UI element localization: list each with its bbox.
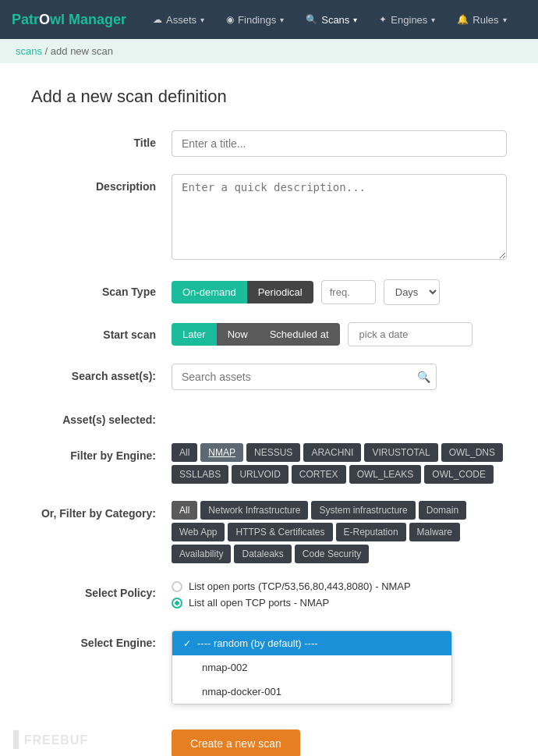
title-field [172, 130, 507, 157]
engine-select-field: ✓---- random (by default) ----nmap-002nm… [172, 630, 507, 705]
btn-scheduled[interactable]: Scheduled at [259, 323, 340, 346]
filter-category-row: Or, Filter by Category: AllNetwork Infra… [31, 501, 507, 563]
btn-periodical[interactable]: Periodical [247, 281, 313, 303]
title-input[interactable] [172, 130, 507, 157]
navbar: PatrOwl Manager ☁ Assets ▾ ◉ Findings ▾ … [0, 0, 538, 39]
nav-link-engines[interactable]: ✦ Engines ▾ [368, 2, 446, 37]
policy-label-0: List open ports (TCP/53,56,80,443,8080) … [189, 580, 411, 592]
search-assets-row: Search asset(s): 🔍 [31, 364, 507, 390]
policy-option-1[interactable]: List all open TCP ports - NMAP [172, 597, 507, 609]
radio-1[interactable] [172, 598, 182, 609]
engine-tag-all[interactable]: All [172, 443, 197, 462]
btn-on-demand[interactable]: On-demand [172, 281, 247, 303]
nav-label-rules: Rules [473, 14, 498, 26]
breadcrumb: scans / add new scan [0, 39, 538, 63]
engine-dropdown[interactable]: ✓---- random (by default) ----nmap-002nm… [172, 630, 452, 705]
btn-now[interactable]: Now [217, 323, 259, 346]
caret-assets: ▾ [200, 16, 204, 24]
btn-later[interactable]: Later [172, 323, 217, 346]
scan-type-label: Scan Type [31, 279, 172, 298]
category-tag-e-reputation[interactable]: E-Reputation [336, 523, 406, 541]
description-field [172, 174, 507, 262]
nav-menu: ☁ Assets ▾ ◉ Findings ▾ 🔍 Scans ▾ ✦ Engi… [142, 2, 518, 37]
nav-item-rules[interactable]: 🔔 Rules ▾ [446, 2, 517, 37]
category-tag-system-infrastructure[interactable]: System infrastructure [311, 501, 415, 520]
assets-selected-label: Asset(s) selected: [31, 407, 172, 426]
category-tag-code-security[interactable]: Code Security [295, 545, 369, 563]
caret-engines: ▾ [431, 16, 435, 24]
description-label: Description [31, 174, 172, 193]
engine-tag-owl_leaks[interactable]: OWL_LEAKS [349, 465, 422, 484]
create-label-spacer [31, 722, 172, 728]
engine-select-label: Select Engine: [31, 630, 172, 649]
watermark-icon: ▐ [8, 730, 19, 747]
description-row: Description [31, 174, 507, 262]
nav-item-engines[interactable]: ✦ Engines ▾ [368, 2, 446, 37]
nav-link-findings[interactable]: ◉ Findings ▾ [215, 2, 295, 37]
category-tag-dataleaks[interactable]: Dataleaks [234, 545, 291, 563]
engine-tag-urlvoid[interactable]: URLVOID [232, 465, 288, 484]
pin-icon: ◉ [226, 14, 234, 25]
page-title: Add a new scan definition [31, 87, 507, 107]
engine-dropdown-wrap: ✓---- random (by default) ----nmap-002nm… [172, 630, 452, 705]
scan-type-btn-group: On-demand Periodical [172, 281, 313, 303]
nav-link-scans[interactable]: 🔍 Scans ▾ [295, 2, 368, 37]
description-input[interactable] [172, 174, 507, 260]
nav-item-findings[interactable]: ◉ Findings ▾ [215, 2, 295, 37]
nav-link-rules[interactable]: 🔔 Rules ▾ [446, 2, 517, 37]
engine-option-0[interactable]: ✓---- random (by default) ---- [172, 631, 451, 655]
engine-tag-arachni[interactable]: ARACHNI [303, 443, 361, 462]
nav-label-findings: Findings [238, 14, 276, 26]
engine-option-2[interactable]: nmap-docker-001 [172, 680, 451, 704]
policy-row: Select Policy: List open ports (TCP/53,5… [31, 580, 507, 613]
watermark-text: FREEBUF [24, 733, 89, 747]
assets-selected-row: Asset(s) selected: [31, 407, 507, 426]
nav-item-scans[interactable]: 🔍 Scans ▾ [295, 2, 368, 37]
breadcrumb-parent[interactable]: scans [16, 45, 42, 57]
search-assets-input[interactable] [172, 364, 437, 390]
create-row: Create a new scan [31, 722, 507, 756]
engine-tag-nessus[interactable]: NESSUS [246, 443, 300, 462]
nav-item-assets[interactable]: ☁ Assets ▾ [142, 2, 215, 37]
engine-tag-cortex[interactable]: CORTEX [292, 465, 346, 484]
days-select[interactable]: Days [384, 279, 440, 305]
nav-label-assets: Assets [166, 14, 196, 26]
filter-engine-label: Filter by Engine: [31, 443, 172, 462]
engine-tag-nmap[interactable]: NMAP [200, 443, 243, 462]
caret-findings: ▾ [280, 16, 284, 24]
caret-rules: ▾ [503, 16, 507, 24]
start-scan-field: Later Now Scheduled at [172, 322, 507, 346]
category-tag-network-infrastructure[interactable]: Network Infrastructure [200, 501, 308, 520]
freq-input[interactable] [321, 280, 376, 304]
filter-category-label: Or, Filter by Category: [31, 501, 172, 520]
category-tag-https-&-certificates[interactable]: HTTPS & Certificates [228, 523, 332, 541]
breadcrumb-current: add new scan [51, 45, 113, 57]
policy-label: Select Policy: [31, 580, 172, 599]
date-input[interactable] [348, 322, 473, 346]
start-scan-btn-group: Later Now Scheduled at [172, 323, 340, 346]
category-tag-malware[interactable]: Malware [409, 523, 460, 541]
nav-label-scans: Scans [321, 14, 349, 26]
category-tag-domain[interactable]: Domain [419, 501, 466, 520]
category-tag-all[interactable]: All [172, 501, 197, 520]
category-tag-web-app[interactable]: Web App [172, 523, 225, 541]
filter-engine-field: AllNMAPNESSUSARACHNIVIRUSTOTALOWL_DNSSSL… [172, 443, 507, 484]
category-tag-availability[interactable]: Availability [172, 545, 231, 563]
watermark: ▐ FREEBUF [8, 730, 88, 748]
main-content: Add a new scan definition Title Descript… [0, 63, 538, 756]
nav-link-assets[interactable]: ☁ Assets ▾ [142, 2, 215, 37]
engine-tag-virustotal[interactable]: VIRUSTOTAL [364, 443, 437, 462]
radio-0[interactable] [172, 581, 182, 592]
bell-icon: 🔔 [457, 14, 469, 25]
search-icon-button[interactable]: 🔍 [417, 371, 430, 383]
brand: PatrOwl Manager [12, 12, 126, 28]
cloud-icon: ☁ [153, 14, 162, 25]
create-button[interactable]: Create a new scan [172, 729, 300, 756]
policy-option-0[interactable]: List open ports (TCP/53,56,80,443,8080) … [172, 580, 507, 592]
scan-type-row: Scan Type On-demand Periodical Days [31, 279, 507, 305]
engine-option-1[interactable]: nmap-002 [172, 655, 451, 680]
filter-engine-row: Filter by Engine: AllNMAPNESSUSARACHNIVI… [31, 443, 507, 484]
engine-tag-owl_code[interactable]: OWL_CODE [424, 465, 494, 484]
engine-tag-owl_dns[interactable]: OWL_DNS [441, 443, 503, 462]
engine-tag-ssllabs[interactable]: SSLLABS [172, 465, 228, 484]
